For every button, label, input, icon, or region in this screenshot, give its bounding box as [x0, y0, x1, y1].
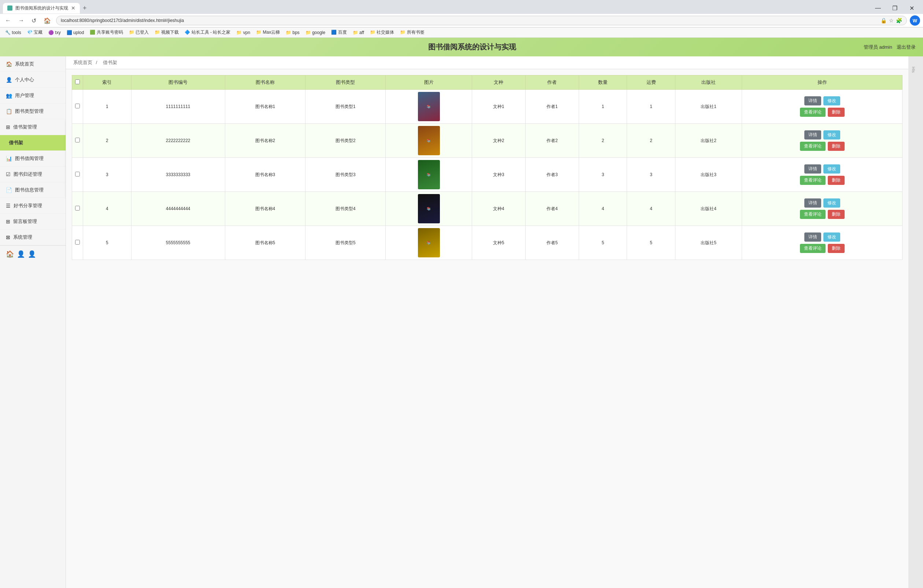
app-header: 图书借阅系统的设计与实现 管理员 admin 退出登录	[0, 38, 923, 56]
cell-book-name: 图书名称2	[225, 124, 305, 158]
cell-publisher: 出版社1	[675, 90, 742, 124]
detail-button[interactable]: 详情	[804, 164, 821, 174]
sidebar-item-sys-manage[interactable]: ⊠ 系统管理	[0, 229, 66, 245]
close-button[interactable]: ✕	[903, 2, 920, 14]
edit-button[interactable]: 修改	[823, 198, 840, 208]
app-main: 🏠 系统首页 👤 个人中心 👥 用户管理 📋 图书类型管理 ⊞ 借书架管理 图书	[0, 56, 923, 588]
row-checkbox[interactable]	[75, 138, 80, 142]
detail-button[interactable]: 详情	[804, 198, 821, 208]
forward-button[interactable]: →	[16, 16, 26, 25]
url-icons: 🔒 ☆ 🧩	[880, 18, 902, 23]
home-button[interactable]: 🏠	[41, 16, 53, 25]
bottom-icon-1: 🏠	[6, 250, 14, 258]
new-tab-button[interactable]: +	[80, 3, 90, 13]
sidebar-item-personal[interactable]: 👤 个人中心	[0, 72, 66, 88]
url-bar[interactable]: localhost:8080/springboot217t3/admin/dis…	[56, 16, 907, 25]
sidebar-item-user-manage[interactable]: 👥 用户管理	[0, 88, 66, 103]
profile-icon[interactable]: W	[910, 15, 920, 26]
row-checkbox[interactable]	[75, 172, 80, 177]
bookmark-shared-account[interactable]: 🟩 共享账号密码	[87, 29, 125, 36]
return-manage-icon: ☑	[6, 171, 11, 177]
row-checkbox[interactable]	[75, 206, 80, 211]
cell-index: 2	[83, 124, 131, 158]
bookmark-social[interactable]: 📁 社交媒体	[368, 29, 396, 36]
bookmark-webmaster[interactable]: 🔷 站长工具 - 站长之家	[182, 29, 233, 36]
cell-shipping: 2	[627, 124, 675, 158]
minimize-button[interactable]: —	[869, 2, 886, 14]
bookmark-baidu[interactable]: 🟦 百度	[329, 29, 349, 36]
comment-button[interactable]: 查看评论	[800, 176, 826, 185]
maximize-button[interactable]: ❐	[886, 2, 903, 14]
comment-button[interactable]: 查看评论	[800, 210, 826, 219]
edit-button[interactable]: 修改	[823, 164, 840, 174]
cell-image: 📚	[386, 226, 472, 260]
edit-button[interactable]: 修改	[823, 96, 840, 105]
sidebar-item-bookshelf-manage[interactable]: ⊞ 借书架管理 图书名称 文种 作者 查询 新增 删除	[0, 120, 66, 135]
bookmark-bps[interactable]: 📁 bps	[284, 29, 302, 36]
logout-button[interactable]: 退出登录	[897, 44, 916, 51]
sidebar-item-return-manage[interactable]: ☑ 图书归还管理	[0, 167, 66, 182]
comment-button[interactable]: 查看评论	[800, 142, 826, 151]
cell-shipping: 4	[627, 192, 675, 226]
comment-button[interactable]: 查看评论	[800, 244, 826, 253]
bookmark-uplod[interactable]: 🟦 uplod	[64, 29, 87, 36]
sidebar-item-book-type[interactable]: 📋 图书类型管理	[0, 103, 66, 120]
cell-wenzhong: 文种5	[472, 226, 525, 260]
table-row: 5 5555555555 图书名称5 图书类型5 📚 文种5 作者5 5 5 出…	[72, 226, 902, 260]
delete-button[interactable]: 删除	[828, 142, 845, 151]
detail-button[interactable]: 详情	[804, 96, 821, 105]
cell-publisher: 出版社2	[675, 124, 742, 158]
content-area: 索引 图书编号 图书名称 图书类型 图片 文种 作者 数量 运费 出版社 操作	[66, 69, 908, 588]
sidebar-label-user-manage: 用户管理	[15, 92, 34, 99]
bookmark-txy[interactable]: 🟣 txy	[46, 29, 63, 36]
all-bookmarks[interactable]: 📁 所有书签	[398, 29, 426, 36]
col-header-image: 图片	[386, 75, 472, 90]
edit-button[interactable]: 修改	[823, 130, 840, 139]
select-all-checkbox[interactable]	[75, 79, 80, 84]
sidebar-label-book-info: 图书信息管理	[15, 187, 44, 193]
tab-title: 图书借阅系统的设计与实现	[15, 5, 68, 11]
col-header-quantity: 数量	[579, 75, 627, 90]
cell-actions: 详情 修改 查看评论 删除	[742, 90, 902, 124]
sidebar-item-borrow-manage[interactable]: 📊 图书借阅管理	[0, 151, 66, 167]
bookmark-tools[interactable]: 🔧 tools	[3, 29, 23, 36]
sidebar-item-book-info[interactable]: 📄 图书信息管理	[0, 182, 66, 198]
delete-button[interactable]: 删除	[828, 108, 845, 117]
sidebar-item-share-manage[interactable]: ☰ 好书分享管理	[0, 198, 66, 214]
bookmark-baozang[interactable]: 💎 宝藏	[25, 29, 45, 36]
browser-tab[interactable]: 图书借阅系统的设计与实现 ✕	[3, 3, 80, 13]
extension-icon[interactable]: 🧩	[896, 18, 902, 23]
cell-actions: 详情 修改 查看评论 删除	[742, 158, 902, 192]
breadcrumb-home[interactable]: 系统首页	[73, 60, 92, 65]
refresh-button[interactable]: ↺	[29, 16, 38, 25]
bookmark-logged-in[interactable]: 📁 已登入	[127, 29, 151, 36]
bookmark-aff[interactable]: 📁 aff	[350, 29, 366, 36]
cell-book-type: 图书类型4	[305, 192, 386, 226]
delete-button[interactable]: 删除	[828, 244, 845, 253]
cell-actions: 详情 修改 查看评论 删除	[742, 192, 902, 226]
row-checkbox[interactable]	[75, 240, 80, 244]
star-icon[interactable]: ☆	[889, 18, 894, 23]
book-type-icon: 📋	[6, 108, 12, 114]
bookmark-video-download[interactable]: 📁 视频下载	[153, 29, 181, 36]
sidebar-item-bookshelf[interactable]: 借书架	[0, 135, 66, 151]
detail-button[interactable]: 详情	[804, 130, 821, 139]
cell-author: 作者5	[525, 226, 579, 260]
sidebar-item-home[interactable]: 🏠 系统首页	[0, 56, 66, 72]
sidebar-item-board-manage[interactable]: ⊞ 留言板管理	[0, 214, 66, 229]
delete-button[interactable]: 删除	[828, 176, 845, 185]
bookmarks-bar: 🔧 tools 💎 宝藏 🟣 txy 🟦 uplod 🟩 共享账号密码 📁 已登…	[0, 28, 923, 38]
table-row: 2 2222222222 图书名称2 图书类型2 📚 文种2 作者2 2 2 出…	[72, 124, 902, 158]
delete-button[interactable]: 删除	[828, 210, 845, 219]
bookmark-google[interactable]: 📁 google	[303, 29, 327, 36]
detail-button[interactable]: 详情	[804, 233, 821, 242]
back-button[interactable]: ←	[3, 16, 13, 25]
row-checkbox[interactable]	[75, 103, 80, 108]
bookmark-maxvpn[interactable]: 📁 Max云梯	[254, 29, 282, 36]
comment-button[interactable]: 查看评论	[800, 108, 826, 117]
tab-close-icon[interactable]: ✕	[71, 5, 76, 11]
cell-shipping: 3	[627, 158, 675, 192]
col-header-shipping: 运费	[627, 75, 675, 90]
bookmark-vpn[interactable]: 📁 vpn	[234, 29, 252, 36]
edit-button[interactable]: 修改	[823, 233, 840, 242]
